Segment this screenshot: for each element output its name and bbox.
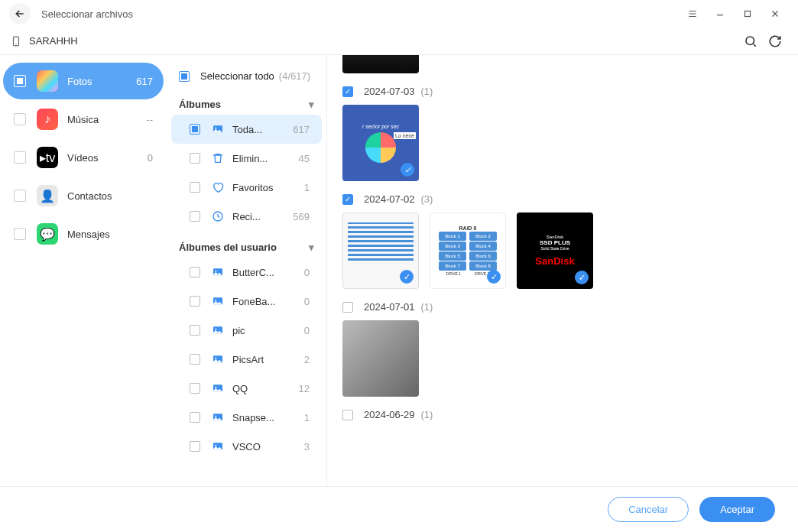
svg-point-7 <box>215 271 216 272</box>
album-item[interactable]: Favoritos 1 <box>171 173 322 202</box>
date-checkbox[interactable] <box>342 302 353 313</box>
album-count: 569 <box>293 211 310 222</box>
select-all-label: Seleccionar todo <box>200 70 274 82</box>
album-checkbox[interactable] <box>190 441 200 452</box>
date-section-header[interactable]: 2024-07-03 (1) <box>342 73 783 105</box>
date-checkbox[interactable] <box>342 194 353 205</box>
album-label: VSCO <box>232 441 301 453</box>
menu-icon[interactable] <box>679 0 706 28</box>
svg-point-15 <box>215 387 216 388</box>
select-all-row[interactable]: Seleccionar todo (4/617) <box>167 64 326 88</box>
album-icon <box>211 323 225 337</box>
album-checkbox[interactable] <box>190 296 200 307</box>
album-item[interactable]: Toda... 617 <box>171 115 322 144</box>
selected-badge: ✓ <box>575 271 589 284</box>
category-checkbox[interactable] <box>14 75 26 87</box>
svg-point-17 <box>215 416 216 417</box>
albums-system-header[interactable]: Álbumes ▾ <box>167 88 326 115</box>
album-checkbox[interactable] <box>190 267 200 277</box>
album-icon <box>211 381 225 395</box>
album-checkbox[interactable] <box>190 211 200 222</box>
album-item[interactable]: PicsArt 2 <box>171 345 322 374</box>
category-checkbox[interactable] <box>14 190 26 202</box>
search-button[interactable] <box>738 29 763 54</box>
album-item[interactable]: Snapse... 1 <box>171 403 322 432</box>
date-section-header[interactable]: 2024-07-01 (1) <box>342 289 783 320</box>
accept-button[interactable]: Aceptar <box>699 497 775 522</box>
album-icon <box>211 440 225 453</box>
date-count: (3) <box>421 193 433 205</box>
category-sidebar: Fotos 617 ♪ Música -- ▸tv Vídeos 0 👤 Con… <box>0 55 167 486</box>
category-label: Fotos <box>67 76 136 87</box>
album-item[interactable]: pic 0 <box>171 316 322 345</box>
category-checkbox[interactable] <box>14 151 26 164</box>
svg-rect-0 <box>745 11 751 17</box>
category-contacts[interactable]: 👤 Contactos <box>3 177 164 214</box>
date-label: 2024-06-29 <box>364 409 415 420</box>
date-label: 2024-07-02 <box>364 193 415 205</box>
date-checkbox[interactable] <box>342 86 353 97</box>
album-checkbox[interactable] <box>190 383 200 394</box>
category-music[interactable]: ♪ Música -- <box>3 101 164 138</box>
photo-thumbnail[interactable]: RAID 0Block 1Block 3Block 5Block 7Block … <box>430 212 506 289</box>
album-checkbox[interactable] <box>190 124 200 135</box>
album-checkbox[interactable] <box>190 412 200 423</box>
album-checkbox[interactable] <box>190 325 200 336</box>
titlebar: Seleccionar archivos <box>0 0 798 28</box>
photo-thumbnail[interactable] <box>342 55 419 73</box>
cancel-button[interactable]: Cancelar <box>608 497 689 522</box>
svg-point-9 <box>215 300 216 301</box>
category-count: -- <box>146 114 153 125</box>
album-label: Elimin... <box>232 153 296 164</box>
album-count: 1 <box>304 412 310 423</box>
album-checkbox[interactable] <box>190 153 200 164</box>
photo-thumbnail[interactable] <box>342 320 419 397</box>
date-section-header[interactable]: 2024-07-02 (3) <box>342 181 783 212</box>
category-messages[interactable]: 💬 Mensajes <box>3 216 164 252</box>
album-checkbox[interactable] <box>190 354 200 365</box>
date-checkbox[interactable] <box>342 410 353 420</box>
albums-user-header[interactable]: Álbumes del usuario ▾ <box>167 231 326 258</box>
category-checkbox[interactable] <box>14 228 26 240</box>
album-icon <box>211 180 225 194</box>
category-videos[interactable]: ▸tv Vídeos 0 <box>3 139 164 176</box>
chevron-down-icon: ▾ <box>309 242 314 253</box>
photo-thumbnail[interactable]: ✓ <box>342 212 419 289</box>
category-label: Contactos <box>67 190 153 202</box>
album-item[interactable]: FoneBa... 0 <box>171 287 322 316</box>
album-count: 3 <box>304 441 310 453</box>
svg-point-2 <box>746 37 754 45</box>
album-count: 1 <box>304 182 310 193</box>
back-button[interactable] <box>9 3 31 24</box>
refresh-button[interactable] <box>763 29 787 54</box>
photo-thumbnail[interactable]: SanDiskSSD PLUSSolid State DriveSanDisk✓ <box>517 212 593 289</box>
date-label: 2024-07-01 <box>364 301 415 313</box>
category-checkbox[interactable] <box>14 113 26 125</box>
album-item[interactable]: Reci... 569 <box>171 202 322 231</box>
thumbnail-row: ✓RAID 0Block 1Block 3Block 5Block 7Block… <box>342 212 783 289</box>
category-label: Vídeos <box>67 152 148 164</box>
album-count: 0 <box>304 296 310 307</box>
date-section-header[interactable]: 2024-06-29 (1) <box>342 397 783 428</box>
selected-badge: ✓ <box>487 270 501 284</box>
album-label: pic <box>232 325 301 336</box>
svg-point-11 <box>215 329 216 330</box>
category-photos[interactable]: Fotos 617 <box>3 63 164 99</box>
date-count: (1) <box>421 409 433 420</box>
minimize-button[interactable] <box>706 0 734 28</box>
album-label: ButterC... <box>232 267 301 278</box>
thumbnail-row: r sector por secLo nece✓ <box>342 105 783 181</box>
album-item[interactable]: QQ 12 <box>171 374 322 403</box>
album-item[interactable]: VSCO 3 <box>171 432 322 461</box>
album-label: FoneBa... <box>232 296 301 307</box>
main-area: Fotos 617 ♪ Música -- ▸tv Vídeos 0 👤 Con… <box>0 55 798 486</box>
select-all-checkbox[interactable] <box>179 71 190 82</box>
album-icon <box>211 265 225 279</box>
album-item[interactable]: ButterC... 0 <box>171 258 322 287</box>
album-item[interactable]: Elimin... 45 <box>171 144 322 173</box>
album-checkbox[interactable] <box>190 182 200 193</box>
date-label: 2024-07-03 <box>364 86 415 97</box>
photo-thumbnail[interactable]: r sector por secLo nece✓ <box>342 105 419 181</box>
close-button[interactable] <box>761 0 789 28</box>
maximize-button[interactable] <box>734 0 761 28</box>
